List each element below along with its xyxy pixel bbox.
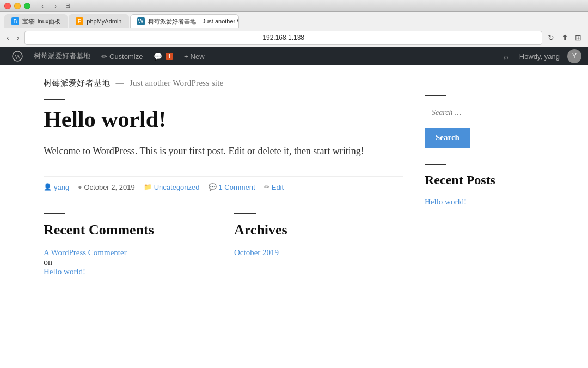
sidebar: Search Recent Posts Hello world! xyxy=(425,95,544,276)
forward-page-button[interactable]: › xyxy=(50,1,61,11)
wordpress-logo-icon: W xyxy=(12,51,23,62)
address-bar[interactable]: 192.168.1.138 xyxy=(24,31,542,45)
recent-comments-heading: Recent Comments xyxy=(44,222,212,238)
admin-bar-right: ⌕ Howdy, yang Y xyxy=(498,49,581,63)
admin-bar-site-name-text: 树莓派爱好者基地 xyxy=(34,51,90,61)
tab-phpmyadmin[interactable]: P phpMyAdmin xyxy=(69,14,128,28)
browser-chrome: B 宝塔Linux面板 P phpMyAdmin W 树莓派爱好者基地 – Ju… xyxy=(0,12,588,47)
recent-comments-divider xyxy=(44,213,65,214)
page-wrapper: ‹ › ⊞ B 宝塔Linux面板 P phpMyAdmin W 树莓派爱好者基… xyxy=(0,0,588,276)
tab-bar: B 宝塔Linux面板 P phpMyAdmin W 树莓派爱好者基地 – Ju… xyxy=(0,12,588,28)
category-icon: 📁 xyxy=(144,183,152,191)
commented-post-link[interactable]: Hello world! xyxy=(44,267,212,276)
commenter-link[interactable]: A WordPress Commenter xyxy=(44,248,212,257)
browser-action-buttons: ⬆ ⊞ xyxy=(560,32,584,43)
address-text: 192.168.1.138 xyxy=(262,34,304,41)
back-page-button[interactable]: ‹ xyxy=(37,1,48,11)
svg-text:W: W xyxy=(15,53,21,61)
os-nav-buttons: ‹ › xyxy=(37,1,61,11)
site-name-text: 树莓派爱好者基地 xyxy=(44,79,110,87)
archive-link-october-2019[interactable]: October 2019 xyxy=(234,248,403,257)
post-date: October 2, 2019 xyxy=(84,183,134,191)
search-button[interactable]: Search xyxy=(425,128,470,148)
wp-admin-bar: W 树莓派爱好者基地 ✏ Customize 💬 1 + New ⌕ Howdy… xyxy=(0,47,588,65)
post-article: Hello world! Welcome to WordPress. This … xyxy=(44,99,403,191)
browser-back-button[interactable]: ‹ xyxy=(4,32,11,43)
browser-share-button[interactable]: ⬆ xyxy=(560,32,571,43)
search-widget: Search xyxy=(425,95,544,148)
archives-divider xyxy=(234,213,256,214)
browser-forward-button[interactable]: › xyxy=(15,32,22,43)
site-title: 树莓派爱好者基地 — Just another WordPress site xyxy=(44,78,544,88)
post-top-divider xyxy=(44,99,65,100)
meta-comments: 💬 1 Comment xyxy=(209,183,255,191)
comment-count-badge: 1 xyxy=(166,53,173,60)
tab-label-baota: 宝塔Linux面板 xyxy=(22,17,60,26)
new-icon: + xyxy=(184,52,188,61)
tab-label-wordpress: 树莓派爱好者基地 – Just another WordPress site xyxy=(148,17,239,26)
admin-bar-comments[interactable]: 💬 1 xyxy=(148,47,179,65)
search-widget-divider xyxy=(425,95,446,96)
os-window-controls xyxy=(4,3,30,9)
post-content: Welcome to WordPress. This is your first… xyxy=(44,143,403,160)
search-input[interactable] xyxy=(425,104,544,122)
recent-comments-list: A WordPress Commenter on Hello world! xyxy=(44,248,212,276)
os-titlebar: ‹ › ⊞ xyxy=(0,0,588,12)
title-dash: — xyxy=(115,79,124,87)
comments-icon: 💬 xyxy=(209,183,217,191)
minimize-window-button[interactable] xyxy=(14,3,21,9)
customize-icon: ✏ xyxy=(101,52,107,61)
main-content: Hello world! Welcome to WordPress. This … xyxy=(44,95,403,276)
new-label: New xyxy=(191,52,205,61)
archives-widget: Archives October 2019 xyxy=(234,213,403,276)
content-area: Hello world! Welcome to WordPress. This … xyxy=(33,95,555,276)
meta-author: 👤 yang xyxy=(44,183,69,191)
edit-link[interactable]: Edit xyxy=(272,183,284,191)
post-title: Hello world! xyxy=(44,107,403,132)
commenter-name: A WordPress Commenter xyxy=(44,248,127,257)
admin-bar-howdy[interactable]: Howdy, yang xyxy=(514,52,565,61)
recent-comments-widget: Recent Comments A WordPress Commenter on… xyxy=(44,213,212,276)
close-window-button[interactable] xyxy=(4,3,11,9)
archives-list: October 2019 xyxy=(234,248,403,257)
tab-favicon-phpmyadmin: P xyxy=(76,17,83,25)
maximize-window-button[interactable] xyxy=(24,3,30,9)
admin-bar-new[interactable]: + New xyxy=(179,47,210,65)
avatar: Y xyxy=(567,49,581,63)
author-icon: 👤 xyxy=(44,183,52,191)
tab-label-phpmyadmin: phpMyAdmin xyxy=(87,18,121,25)
wp-logo-item[interactable]: W xyxy=(7,47,28,65)
customize-label: Customize xyxy=(109,52,143,61)
meta-category: 📁 Uncategorized xyxy=(144,183,200,191)
recent-posts-widget: Recent Posts Hello world! xyxy=(425,164,544,207)
admin-bar-search-icon[interactable]: ⌕ xyxy=(498,52,514,61)
admin-bar-site-name[interactable]: 树莓派爱好者基地 xyxy=(28,47,96,65)
browser-refresh-button[interactable]: ↻ xyxy=(546,32,556,43)
tab-favicon-wordpress: W xyxy=(137,17,145,25)
address-bar-row: ‹ › 192.168.1.138 ↻ ⬆ ⊞ xyxy=(0,28,588,47)
category-link[interactable]: Uncategorized xyxy=(154,183,200,191)
archives-heading: Archives xyxy=(234,222,403,238)
comment-on-text: on xyxy=(44,257,52,267)
tab-wordpress[interactable]: W 树莓派爱好者基地 – Just another WordPress site xyxy=(130,14,239,28)
footer-widgets: Recent Comments A WordPress Commenter on… xyxy=(44,213,403,276)
browser-expand-button[interactable]: ⊞ xyxy=(573,32,584,43)
admin-bar-customize[interactable]: ✏ Customize xyxy=(96,47,148,65)
author-link[interactable]: yang xyxy=(54,183,69,191)
recent-posts-heading: Recent Posts xyxy=(425,173,544,188)
tab-favicon-baota: B xyxy=(11,17,19,25)
site-subtitle-text: Just another WordPress site xyxy=(130,79,224,87)
comments-link[interactable]: 1 Comment xyxy=(219,183,255,191)
comment-bubble-icon: 💬 xyxy=(154,52,162,61)
meta-edit: ✏ Edit xyxy=(264,183,284,191)
post-meta: 👤 yang ● October 2, 2019 📁 Uncategorized… xyxy=(44,176,403,191)
site-header: 树莓派爱好者基地 — Just another WordPress site xyxy=(33,65,555,95)
window-icon-button[interactable]: ⊞ xyxy=(63,2,72,10)
date-icon: ● xyxy=(78,183,82,191)
tab-baota[interactable]: B 宝塔Linux面板 xyxy=(4,14,68,28)
recent-post-link-0[interactable]: Hello world! xyxy=(425,197,544,207)
meta-date: ● October 2, 2019 xyxy=(78,183,134,191)
edit-icon: ✏ xyxy=(264,183,270,191)
recent-posts-divider xyxy=(425,164,446,165)
